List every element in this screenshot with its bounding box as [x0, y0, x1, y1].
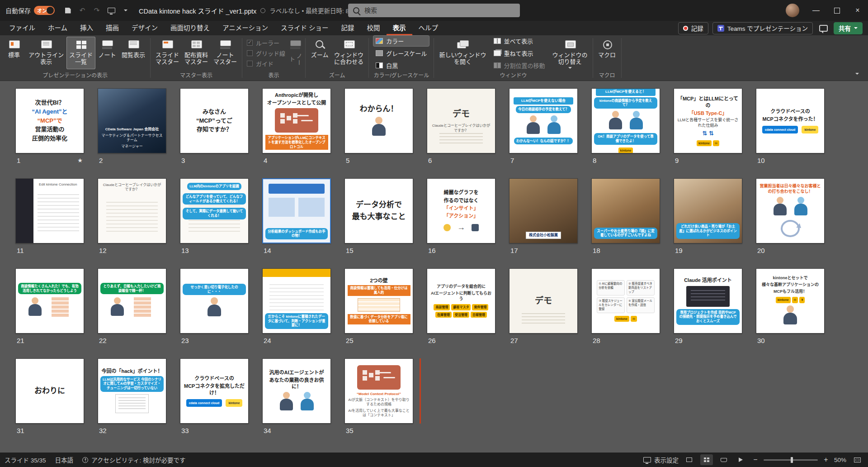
ribbon-button-zoom[interactable]: ズーム — [308, 37, 331, 69]
slide-thumbnail[interactable]: どれだけ良い商品・売り場が『お土産』に選ばれるかがビジネスのポイント — [674, 178, 742, 243]
slide-cell[interactable]: “Model Context Protocol”AIが文脈（コンテキスト）をやり… — [344, 358, 413, 436]
ribbon-button-白黒[interactable]: 白黒 — [373, 60, 429, 71]
slide-thumbnail[interactable]: スーパーやお土産売り場の『顔』に定着しているのがすごいんですよね — [591, 178, 660, 243]
slide-cell[interactable]: 分析結果のダッシュボード作成もお手の物！14 — [262, 178, 331, 256]
slide-cell[interactable]: デモ27 — [509, 268, 578, 346]
autosave-toggle[interactable]: 自動保存 オン — [5, 6, 55, 15]
slide-thumbnail[interactable]: Edit kintone Connection — [15, 178, 84, 243]
slide-cell[interactable]: クラウドベースのMCPコネクタを作った！cdata connect cloudk… — [756, 88, 825, 166]
zoom-slider[interactable] — [764, 459, 818, 461]
slide-cell[interactable]: CData Software Japan 合同会社マーケティング＆パートナーサク… — [98, 88, 166, 166]
minimize-button[interactable]: — — [806, 0, 826, 21]
slide-thumbnail[interactable]: とりあえず、日報も入力したいけど商談報告で精一杯！ — [98, 268, 166, 334]
slide-thumbnail[interactable]: LLM内のkintoneのアプリを認識どんなアプリを使っていて、どんなフィールド… — [180, 178, 249, 243]
slide-cell[interactable]: 2つの壁商談情報は蓄積しても活用・仕分けは属人的数値に基づくデータ分析をアプリ毎… — [344, 268, 413, 346]
slide-cell[interactable]: 今回の「hack」ポイント！LLMは汎用的なサービス 今回のシナリオに関してAI… — [98, 358, 166, 436]
slide-cell[interactable]: 汎用のAIエージェントがあなたの業務の良きお供に！34 — [262, 358, 331, 436]
slide-thumbnail[interactable]: LLMがMCPを使えない場合今日の商談相手の予定を教えて？わかんな〜い！なんの話… — [509, 88, 578, 153]
slide-thumbnail[interactable]: おわりに — [15, 358, 84, 424]
slide-thumbnail[interactable]: データ分析で最も大事なこと — [344, 178, 413, 243]
slide-thumbnail[interactable]: ① AIに顧客動向の分析を依頼② 販売促進すべき新商品をリストアップ③ 販促スケ… — [591, 268, 660, 334]
tab-表示[interactable]: 表示 — [387, 21, 412, 35]
slide-thumbnail[interactable]: kintoneとセットで様々な基幹アプリケーションのMCPもフル活用！kinto… — [756, 268, 825, 334]
slide-thumbnail[interactable]: 株式会社小松製菓 — [509, 178, 578, 243]
ribbon-button-note[interactable]: ノート — [288, 37, 303, 69]
ribbon-button-note[interactable]: ノート — [95, 37, 119, 69]
tab-画面切り替え[interactable]: 画面切り替え — [164, 21, 216, 35]
ribbon-button-read[interactable]: 閲覧表示 — [119, 37, 148, 69]
slide-thumbnail[interactable]: わからん！ — [344, 88, 413, 153]
slide-sorter-canvas[interactable]: 次世代BI？“AI Agent”と“MCP”で営業活動の圧倒的効率化1★CDat… — [0, 81, 868, 453]
tab-デザイン[interactable]: デザイン — [125, 21, 164, 35]
share-button[interactable]: 共有 — [834, 22, 863, 34]
slide-thumbnail[interactable]: “Model Context Protocol”AIが文脈（コンテキスト）をやり… — [344, 358, 413, 424]
slide-cell[interactable]: せっかく思い切り電子化したのに・・・23 — [180, 268, 249, 346]
slide-cell[interactable]: クラウドベースのMCPコネクタを拡充しただけ！cdata connect clo… — [180, 358, 249, 436]
slide-thumbnail[interactable]: 今回の「hack」ポイント！LLMは汎用的なサービス 今回のシナリオに関してAI… — [98, 358, 166, 424]
slide-thumbnail[interactable]: デモClaudeとコーヒーブレイクはいかがですか？ — [427, 88, 495, 153]
redo-button[interactable]: ↷ — [90, 4, 104, 17]
checkbox-ガイド[interactable]: ガイド — [247, 59, 285, 68]
slide-thumbnail[interactable]: アプリのデータを総合的にAIエージェントに判断してもらおう商談管理顧客マスタ案件… — [427, 268, 495, 334]
slide-thumbnail[interactable]: 商談情報たくさん入れた！でも、有効活用しきれてなかったらどうしよう — [15, 268, 84, 334]
reading-view-button[interactable] — [717, 454, 730, 465]
tab-ヘルプ[interactable]: ヘルプ — [412, 21, 445, 35]
slide-cell[interactable]: とりあえず、日報も入力したいけど商談報告で精一杯！22 — [98, 268, 166, 346]
ribbon-button-switch[interactable]: ウィンドウの切り替え — [550, 37, 590, 69]
slide-thumbnail[interactable]: クラウドベースのMCPコネクタを拡充しただけ！cdata connect clo… — [180, 358, 249, 424]
zoom-in-button[interactable]: + — [822, 456, 830, 464]
zoom-level[interactable]: 50% — [834, 457, 846, 463]
ribbon-button-並べて表示[interactable]: 並べて表示 — [491, 36, 547, 46]
customize-qat-button[interactable] — [119, 4, 132, 17]
save-button[interactable] — [61, 4, 75, 17]
ribbon-button-newwin[interactable]: 新しいウィンドウを開く — [436, 37, 489, 69]
slide-cell[interactable]: データ分析で最も大事なこと15 — [344, 178, 413, 256]
ribbon-button-macro[interactable]: マクロ — [595, 37, 619, 69]
slide-thumbnail[interactable]: みなさん“MCP”ってご存知ですか？ — [180, 88, 249, 153]
slide-thumbnail[interactable]: 綺麗なグラフを作るのではなく「インサイト」「アクション」→ — [427, 178, 495, 243]
slide-cell[interactable]: だからこそ kintoneに蓄積されたデータに基づいて、判断・アクションが重要に… — [262, 268, 331, 346]
slide-thumbnail[interactable]: 「MCP」とはLLMにとっての「USB Type-C」LLMと各種サービスを繋ぐ… — [674, 88, 742, 153]
slideshow-button[interactable] — [735, 454, 747, 465]
maximize-button[interactable] — [826, 0, 847, 21]
slide-cell[interactable]: 株式会社小松製菓17 — [509, 178, 578, 256]
slide-cell[interactable]: Claudeとコーヒーブレイクはいかがですか？12 — [98, 178, 166, 256]
slide-cell[interactable]: みなさん“MCP”ってご存知ですか？3 — [180, 88, 249, 166]
ribbon-button-outline[interactable]: アウトライン表示 — [26, 37, 66, 69]
slide-thumbnail[interactable]: せっかく思い切り電子化したのに・・・ — [180, 268, 249, 334]
checkbox-ルーラー[interactable]: ルーラー — [247, 38, 285, 47]
tab-アニメーション[interactable]: アニメーション — [216, 21, 274, 35]
ribbon-button-グレースケール[interactable]: グレースケール — [373, 48, 429, 58]
slide-cell[interactable]: kintoneとセットで様々な基幹アプリケーションのMCPもフル活用！kinto… — [756, 268, 825, 346]
ribbon-button-カラー[interactable]: カラー — [373, 36, 429, 46]
autosave-switch[interactable]: オン — [34, 6, 55, 15]
display-settings-status[interactable]: 表示設定 — [643, 455, 679, 464]
tab-スライド ショー[interactable]: スライド ショー — [274, 21, 335, 35]
search-box[interactable] — [348, 4, 520, 17]
slide-cell[interactable]: 営業担当者は日々様々なお客様との打ち合わせをこなし！20 — [756, 178, 825, 256]
slide-cell[interactable]: ① AIに顧客動向の分析を依頼② 販売促進すべき新商品をリストアップ③ 販促スケ… — [591, 268, 660, 346]
slide-thumbnail[interactable]: デモ — [509, 268, 578, 334]
zoom-slider-thumb[interactable] — [791, 457, 793, 463]
slide-thumbnail[interactable]: 次世代BI？“AI Agent”と“MCP”で営業活動の圧倒的効率化 — [15, 88, 84, 153]
teams-present-button[interactable]: Teams でプレゼンテーション — [712, 22, 813, 34]
record-button[interactable]: 記録 — [678, 22, 708, 34]
ribbon-button-master[interactable]: スライドマスター — [153, 37, 182, 69]
slide-cell[interactable]: 次世代BI？“AI Agent”と“MCP”で営業活動の圧倒的効率化1★ — [15, 88, 84, 166]
slide-cell[interactable]: 綺麗なグラフを作るのではなく「インサイト」「アクション」→16 — [427, 178, 495, 256]
fit-to-window-button[interactable] — [851, 454, 863, 465]
ribbon-button-normal[interactable]: 標準 — [2, 37, 26, 69]
slide-cell[interactable]: おわりに31 — [15, 358, 84, 436]
slide-cell[interactable]: Anthropicが開発しオープンソースとして公開アプリケーションがLLMにコン… — [262, 88, 331, 166]
normal-view-button[interactable] — [683, 454, 696, 465]
slide-cell[interactable]: 商談情報たくさん入れた！でも、有効活用しきれてなかったらどうしよう21 — [15, 268, 84, 346]
slide-thumbnail[interactable]: Anthropicが開発しオープンソースとして公開アプリケーションがLLMにコン… — [262, 88, 331, 153]
tab-描画[interactable]: 描画 — [99, 21, 125, 35]
slide-cell[interactable]: アプリのデータを総合的にAIエージェントに判断してもらおう商談管理顧客マスタ案件… — [427, 268, 495, 346]
slide-cell[interactable]: LLMがMCPを使えない場合今日の商談相手の予定を教えて？わかんな〜い！なんの話… — [509, 88, 578, 166]
search-input[interactable] — [363, 6, 515, 14]
ribbon-button-重ねて表示[interactable]: 重ねて表示 — [491, 48, 547, 58]
ribbon-button-fit[interactable]: ウィンドウに合わせる — [331, 37, 366, 69]
slide-thumbnail[interactable]: Claudeとコーヒーブレイクはいかがですか？ — [98, 178, 166, 243]
slide-cell[interactable]: 「MCP」とはLLMにとっての「USB Type-C」LLMと各種サービスを繋ぐ… — [674, 88, 742, 166]
